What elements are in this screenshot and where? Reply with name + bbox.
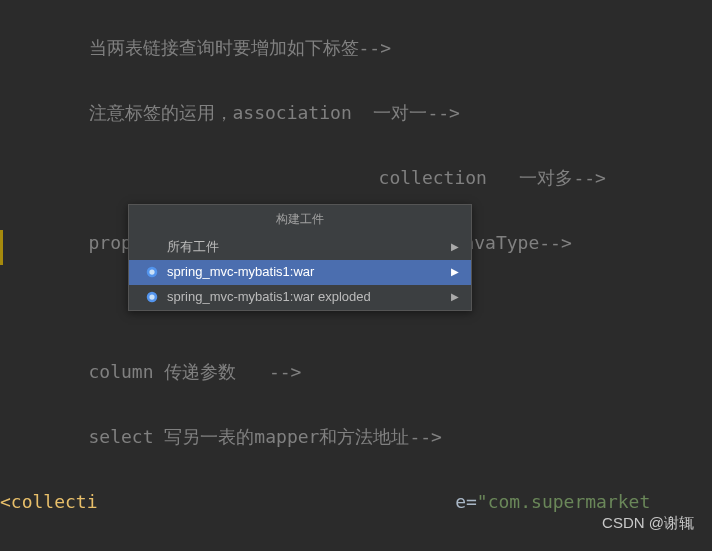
svg-point-1 bbox=[149, 269, 154, 274]
menu-item-label: spring_mvc-mybatis1:war exploded bbox=[167, 285, 371, 308]
menu-item-war-exploded[interactable]: spring_mvc-mybatis1:war exploded ▶ bbox=[129, 285, 471, 310]
code-line: select 写另一表的mapper和方法地址--> bbox=[0, 421, 712, 453]
build-artifacts-popup: 构建工件 所有工件 ▶ spring_mvc-mybatis1:war ▶ sp… bbox=[128, 204, 472, 311]
code-line: collection 一对多--> bbox=[0, 162, 712, 194]
submenu-arrow-icon: ▶ bbox=[451, 288, 459, 306]
menu-item-all-artifacts[interactable]: 所有工件 ▶ bbox=[129, 235, 471, 260]
menu-item-label: 所有工件 bbox=[167, 235, 219, 258]
code-line: column 传递参数 --> bbox=[0, 356, 712, 388]
code-line: 当两表链接查询时要增加如下标签--> bbox=[0, 32, 712, 64]
xml-attr: e= bbox=[455, 491, 477, 512]
csdn-watermark: CSDN @谢辄 bbox=[602, 509, 694, 536]
menu-item-war[interactable]: spring_mvc-mybatis1:war ▶ bbox=[129, 260, 471, 285]
artifact-icon bbox=[145, 265, 159, 279]
svg-point-3 bbox=[149, 294, 154, 299]
popup-title: 构建工件 bbox=[129, 205, 471, 235]
submenu-arrow-icon: ▶ bbox=[451, 263, 459, 281]
xml-tag: <collecti bbox=[0, 491, 98, 512]
submenu-arrow-icon: ▶ bbox=[451, 238, 459, 256]
menu-item-label: spring_mvc-mybatis1:war bbox=[167, 260, 314, 283]
artifact-icon bbox=[145, 290, 159, 304]
code-line: 注意标签的运用，association 一对一--> bbox=[0, 97, 712, 129]
change-marker bbox=[0, 230, 3, 265]
